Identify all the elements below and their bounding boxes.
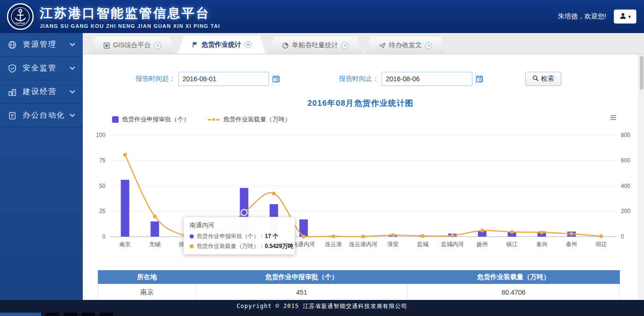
svg-text:扬州: 扬州 — [476, 241, 488, 248]
search-icon — [532, 75, 539, 83]
report-end-date-input-box — [382, 72, 472, 86]
svg-text:800: 800 — [621, 132, 630, 138]
taskbar-item[interactable] — [64, 313, 77, 316]
report-start-date-input-box — [178, 72, 269, 86]
legend-item-line-series[interactable]: 危货作业装载量（万吨） — [208, 115, 291, 124]
statistics-table: 所在地 危货作业申报审批（个） 危货作业装载量（万吨） 南京 451 80.47… — [98, 270, 620, 300]
search-button-label: 检索 — [541, 75, 554, 83]
svg-text:宿迁: 宿迁 — [596, 241, 607, 248]
legend-line-marker — [208, 116, 220, 123]
svg-text:200: 200 — [621, 208, 630, 214]
chart-area[interactable]: 02550751000200400600800南京无锡徐州常州苏州南通南通内河连… — [87, 126, 637, 254]
page-footer: Copyright © 2015 江苏省新通智能交通科技发展有限公司 — [0, 300, 644, 313]
taskbar-item[interactable] — [82, 313, 95, 316]
sidebar-item-resource-management[interactable]: 资源管理 — [0, 33, 83, 57]
chart-legend: 危货作业申报审批（个） 危货作业装载量（万吨） — [112, 115, 638, 124]
svg-text:连云港: 连云港 — [325, 241, 342, 248]
taskbar[interactable] — [0, 313, 644, 316]
welcome-text: 朱培德，欢迎您! — [558, 12, 606, 21]
tab-dangerous-cargo-stats[interactable]: 危货作业统计 × — [178, 35, 266, 54]
application-window: 江苏港口智能监管信息平台 JIANG SU GANG KOU ZHI NENG … — [0, 0, 644, 316]
svg-text:50: 50 — [99, 183, 106, 189]
tooltip-row: 危货作业装载量（万吨）： 0.5429万吨 — [190, 242, 289, 250]
sidebar-item-label: 资源管理 — [23, 40, 70, 50]
tooltip-title: 南通内河 — [190, 221, 289, 230]
table-cell-location: 南京 — [98, 284, 196, 300]
tooltip-row: 危货作业申报审批（个）： 17 个 — [190, 232, 289, 240]
chevron-down-icon — [70, 64, 75, 69]
legend-label: 危货作业装载量（万吨） — [223, 115, 291, 124]
table-header-approvals: 危货作业申报审批（个） — [196, 271, 408, 284]
svg-text:镇江: 镇江 — [506, 241, 518, 248]
svg-text:100: 100 — [96, 132, 105, 138]
tab-pending-documents[interactable]: 待办收发文 × — [365, 37, 446, 54]
calendar-icon[interactable] — [475, 72, 483, 85]
svg-text:75: 75 — [99, 157, 106, 164]
bar-line-chart-canvas[interactable]: 02550751000200400600800南京无锡徐州常州苏州南通南通内河连… — [87, 126, 637, 254]
send-document-icon — [379, 43, 385, 49]
tab-close-icon[interactable]: × — [244, 41, 252, 48]
tab-vessel-throughput-stats[interactable]: 单船吞吐量统计 × — [268, 37, 363, 54]
sidebar-item-label: 安全监管 — [23, 63, 70, 73]
report-start-date-input[interactable] — [179, 72, 272, 85]
tab-close-icon[interactable]: × — [425, 42, 432, 49]
chart-title: 2016年08月危货作业统计图 — [83, 98, 638, 109]
scrollbar-thumb[interactable] — [640, 56, 644, 90]
table-cell-approvals: 451 — [196, 284, 408, 300]
svg-text:南通内河: 南通内河 — [292, 241, 315, 248]
svg-text:连云港内河: 连云港内河 — [349, 241, 377, 248]
calendar-icon[interactable] — [272, 72, 280, 85]
user-icon — [619, 12, 627, 21]
sidebar-item-construction-operation[interactable]: 建设经营 — [0, 80, 83, 104]
svg-text:无锡: 无锡 — [149, 241, 160, 248]
tab-gis-platform[interactable]: GIS综合平台 × — [89, 37, 175, 54]
legend-bar-swatch — [112, 116, 119, 123]
taskbar-item[interactable] — [46, 313, 59, 316]
legend-item-bar-series[interactable]: 危货作业申报审批（个） — [112, 115, 190, 124]
chart-tooltip: 南通内河 危货作业申报审批（个）： 17 个 危货作业装载量（万吨）： 0.54… — [183, 217, 295, 255]
svg-text:25: 25 — [99, 208, 106, 214]
report-start-label: 报告时间起： — [136, 75, 175, 83]
office-automation-icon — [8, 111, 17, 120]
app-header: 江苏港口智能监管信息平台 JIANG SU GANG KOU ZHI NENG … — [0, 0, 644, 33]
sidebar-item-office-automation[interactable]: 办公自动化 — [0, 104, 83, 128]
report-filter-form: 报告时间起： 报告时间止： — [83, 71, 638, 86]
user-menu-button[interactable]: ▾ — [614, 9, 636, 24]
svg-text:盐城内河: 盐城内河 — [441, 241, 464, 248]
app-title: 江苏港口智能监管信息平台 — [40, 5, 220, 22]
taskbar-start-segment[interactable] — [0, 313, 41, 316]
tab-label: 危货作业统计 — [201, 41, 241, 49]
bar-series-bullet-icon — [190, 234, 194, 239]
chevron-down-icon — [70, 111, 75, 117]
platform-logo — [7, 3, 34, 30]
gis-map-icon — [104, 43, 110, 49]
taskbar-item[interactable] — [100, 313, 113, 316]
app-title-block: 江苏港口智能监管信息平台 JIANG SU GANG KOU ZHI NENG … — [40, 5, 220, 29]
construction-icon — [8, 87, 17, 97]
report-end-date-input[interactable] — [382, 72, 475, 85]
table-header-row: 所在地 危货作业申报审批（个） 危货作业装载量（万吨） — [98, 271, 620, 284]
sidebar-item-label: 建设经营 — [23, 87, 70, 97]
report-end-label: 报告时间止： — [339, 75, 379, 83]
vertical-scrollbar[interactable] — [638, 54, 644, 300]
sidebar-item-safety-supervision[interactable]: 安全监管 — [0, 57, 83, 80]
chevron-down-icon — [70, 41, 75, 46]
sidebar-nav: 资源管理 安全监管 建设经营 办公自动化 — [0, 33, 83, 300]
table-header-load: 危货作业装载量（万吨） — [408, 271, 620, 284]
table-row: 南京 451 80.4706 — [98, 284, 620, 300]
svg-text:0: 0 — [621, 233, 624, 240]
legend-line-dot — [211, 117, 216, 122]
tooltip-row-value: 0.5429万吨 — [265, 242, 294, 250]
tab-close-icon[interactable]: × — [341, 42, 348, 49]
app-subtitle: JIANG SU GANG KOU ZHI NENG JIAN GUAN XIN… — [40, 23, 220, 29]
svg-text:泰兴: 泰兴 — [536, 241, 548, 248]
svg-text:盐城: 盐城 — [417, 241, 428, 248]
legend-label: 危货作业申报审批（个） — [122, 115, 190, 124]
svg-text:0: 0 — [102, 233, 105, 240]
search-button[interactable]: 检索 — [525, 72, 561, 86]
table-header-location: 所在地 — [98, 271, 196, 284]
tab-close-icon[interactable]: × — [154, 42, 161, 49]
tab-bar: GIS综合平台 × 危货作业统计 × 单船吞吐量统计 × — [83, 33, 644, 54]
chart-toolbox-menu-icon[interactable]: ≡ — [610, 112, 617, 123]
safety-shield-icon — [8, 64, 17, 73]
